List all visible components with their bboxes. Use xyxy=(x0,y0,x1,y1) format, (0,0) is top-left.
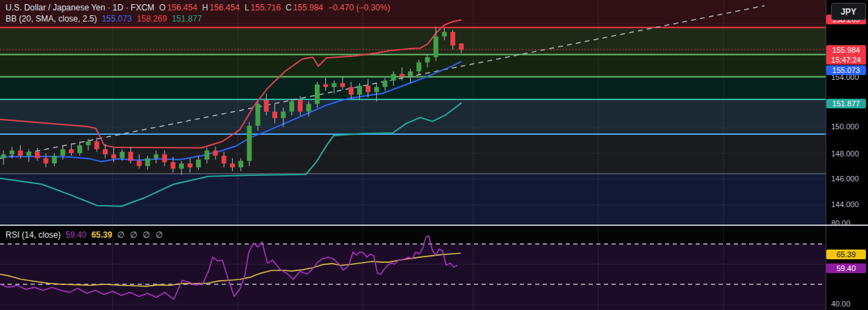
candle-body xyxy=(289,101,294,112)
empty-set-icon: ∅ xyxy=(117,230,124,240)
pane-resize-handle[interactable] xyxy=(0,225,868,226)
price-zone xyxy=(0,28,826,55)
axis-tick-label: 148.000 xyxy=(831,149,859,158)
price-zone xyxy=(0,99,826,134)
bb-legend[interactable]: BB (20, SMA, close, 2.5) 155.073 158.269… xyxy=(6,14,202,24)
axis-tick-label: 144.000 xyxy=(831,200,859,209)
candle-body xyxy=(264,100,269,112)
rsi-ma-value: 65.39 xyxy=(91,230,112,240)
bb-indicator-name: BB (20, SMA, close, 2.5) xyxy=(6,14,97,24)
candle-body xyxy=(86,141,91,145)
currency-toggle-button[interactable]: JPY xyxy=(831,3,866,20)
axis-tick-label: 40.00 xyxy=(831,300,851,308)
candle-body xyxy=(18,151,23,156)
candle-body xyxy=(213,151,218,156)
candle-body xyxy=(323,84,328,87)
axis-price-badge: 155.073 xyxy=(826,65,866,75)
candle-body xyxy=(171,162,176,168)
candle-body xyxy=(154,154,158,158)
candle-body xyxy=(306,104,311,111)
bb-upper-value: 158.269 xyxy=(137,14,167,24)
candle-body xyxy=(391,74,396,80)
candle-body xyxy=(137,161,142,165)
candle-body xyxy=(238,161,243,167)
candle-body xyxy=(331,83,336,88)
candle-body xyxy=(256,104,261,126)
candle-body xyxy=(129,152,133,161)
empty-set-icon: ∅ xyxy=(142,230,149,240)
rsi-indicator-name: RSI (14, close) xyxy=(6,230,60,240)
candle-body xyxy=(145,158,150,166)
rsi-legend[interactable]: RSI (14, close) 59.40 65.39 ∅ ∅ ∅ ∅ xyxy=(6,230,163,240)
candle-body xyxy=(366,85,370,92)
candle-body xyxy=(103,149,108,154)
axis-tick-label: 80.00 xyxy=(831,219,851,227)
candle-body xyxy=(77,145,82,153)
candle-body xyxy=(281,112,286,118)
candle-body xyxy=(26,152,31,156)
empty-set-icon: ∅ xyxy=(156,230,163,240)
candle-body xyxy=(349,87,354,95)
candle-body xyxy=(120,152,124,158)
candle-body xyxy=(272,112,277,118)
candle-body xyxy=(1,154,6,158)
candle-body xyxy=(196,160,201,168)
candle-body xyxy=(374,87,379,92)
candle-body xyxy=(459,44,464,50)
open-value: O156.454 xyxy=(159,3,197,13)
symbol-title: U.S. Dollar / Japanese Yen · 1D · FXCM xyxy=(6,3,154,13)
candle-body xyxy=(179,163,184,168)
candle-body xyxy=(44,158,49,163)
axis-tick-label: 150.000 xyxy=(831,122,859,131)
candle-body xyxy=(52,156,57,163)
rsi-divergence-flags: ∅ ∅ ∅ ∅ xyxy=(117,230,163,240)
candle-body xyxy=(230,163,235,168)
trading-chart-app: 154.000150.000148.000146.000144.00080.00… xyxy=(0,0,868,310)
candle-body xyxy=(35,152,40,158)
bb-basis-value: 155.073 xyxy=(101,14,131,24)
candle-body xyxy=(10,151,15,155)
candle-body xyxy=(111,154,116,158)
price-axis[interactable]: 154.000150.000148.000146.000144.00080.00… xyxy=(826,0,868,310)
close-value: C155.984 xyxy=(286,3,323,13)
candle-body xyxy=(425,57,430,62)
candle-body xyxy=(69,149,74,154)
empty-set-icon: ∅ xyxy=(130,230,137,240)
price-zone xyxy=(0,174,826,225)
candle-body xyxy=(434,36,439,57)
low-value: L155.716 xyxy=(245,3,281,13)
candle-body xyxy=(222,156,227,163)
bb-lower-value: 151.877 xyxy=(172,14,202,24)
main-price-chart[interactable] xyxy=(0,0,826,225)
candle-body xyxy=(341,83,345,88)
candle-body xyxy=(95,141,99,149)
candle-body xyxy=(298,100,303,112)
candle-body xyxy=(450,32,455,46)
rsi-band-fill xyxy=(0,244,826,310)
candle-body xyxy=(357,85,362,95)
axis-price-badge: 65.39 xyxy=(826,250,866,259)
price-zone xyxy=(0,76,826,99)
candle-body xyxy=(162,154,167,162)
candle-body xyxy=(442,32,447,37)
axis-price-badge: 151.877 xyxy=(826,99,866,108)
high-value: H156.454 xyxy=(202,3,240,13)
symbol-legend[interactable]: U.S. Dollar / Japanese Yen · 1D · FXCM O… xyxy=(6,3,390,13)
axis-price-badge: 59.40 xyxy=(826,263,866,273)
candle-body xyxy=(416,63,421,72)
candle-body xyxy=(315,84,320,104)
candle-body xyxy=(247,126,252,161)
candle-body xyxy=(400,74,404,76)
axis-price-badge: 155.98415:47:24 xyxy=(826,45,866,65)
candle-body xyxy=(383,81,388,87)
change-value: −0.470 (−0.30%) xyxy=(328,3,390,13)
rsi-value: 59.40 xyxy=(65,230,86,240)
candle-body xyxy=(60,149,65,156)
axis-tick-label: 146.000 xyxy=(831,174,859,183)
candle-body xyxy=(204,151,209,160)
candle-body xyxy=(408,72,413,76)
candle-body xyxy=(188,163,193,168)
